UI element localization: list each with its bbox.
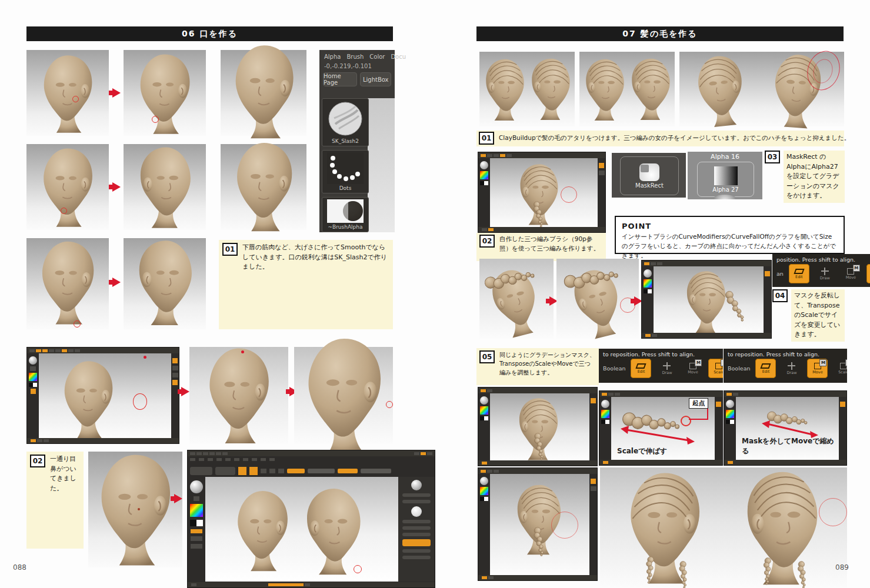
color-picker-icon[interactable]: [644, 279, 652, 288]
tab-alpha[interactable]: Alpha: [324, 54, 341, 60]
edit-label: Edit: [795, 275, 803, 279]
material-sphere-icon[interactable]: [480, 396, 488, 405]
page-number-left: 088: [13, 563, 26, 572]
edit-icon: [636, 363, 646, 369]
tab-color[interactable]: Color: [369, 54, 385, 60]
color-picker-icon[interactable]: [480, 487, 488, 495]
brush-thumb-skslash2[interactable]: SK_Slash2: [322, 98, 369, 146]
move-button[interactable]: M Move: [682, 359, 703, 378]
sculpt-image: [221, 50, 306, 136]
decor: [172, 380, 178, 385]
red-dot: [144, 356, 146, 359]
zbrush-canvas[interactable]: [654, 266, 764, 333]
zbrush-canvas[interactable]: [490, 474, 589, 575]
red-circle-annotation: [354, 565, 362, 573]
zbrush-canvas[interactable]: Maskを外してMoveで縮める: [736, 397, 839, 460]
material-sphere-icon[interactable]: [726, 400, 734, 408]
material-sphere-icon[interactable]: [29, 356, 37, 365]
color-picker-icon[interactable]: [480, 171, 488, 179]
slider[interactable]: [402, 526, 431, 530]
swatch-icon: [601, 420, 609, 424]
brush-thumb-dots[interactable]: Dots: [322, 150, 369, 193]
draw-label: Draw: [820, 276, 830, 280]
draw-mode-button[interactable]: [249, 467, 258, 475]
brush-thumb[interactable]: [411, 480, 422, 490]
edit-mode-button[interactable]: [238, 467, 246, 475]
edit-button[interactable]: Edit: [755, 359, 776, 378]
rgb-slider[interactable]: [287, 469, 305, 473]
material-sphere-icon[interactable]: [601, 400, 609, 408]
color-picker-icon[interactable]: [29, 373, 37, 381]
edit-icon: [761, 363, 771, 369]
color-picker-icon[interactable]: [726, 410, 734, 418]
zbrush-alpha-palette: Alpha Brush Color Docu -0,-0.219,-0.101 …: [319, 50, 395, 232]
hair-reference-image: [579, 52, 675, 126]
move-shrink-label: Maskを外してMoveで縮める: [742, 436, 839, 456]
slider[interactable]: [402, 493, 431, 497]
zadd-slider[interactable]: [338, 469, 358, 473]
draw-button[interactable]: Draw: [815, 264, 835, 283]
sculpt-image: [124, 238, 206, 329]
brushalpha-icon: [327, 199, 364, 223]
toolbar-button[interactable]: [190, 467, 212, 475]
draw-size-slider[interactable]: [361, 469, 391, 473]
slider[interactable]: [402, 549, 431, 553]
material-sphere-icon[interactable]: [480, 161, 488, 169]
slider[interactable]: [402, 520, 431, 523]
slider[interactable]: [402, 556, 431, 559]
zbrush-canvas[interactable]: [39, 353, 171, 438]
decor: [645, 334, 651, 337]
draw-button[interactable]: Draw: [656, 359, 677, 378]
draw-button[interactable]: Draw: [781, 359, 802, 378]
braid-move-screenshot: Maskを外してMoveで縮める: [724, 390, 847, 466]
zbrush-menubar: [190, 458, 432, 463]
tab-docu[interactable]: Docu: [391, 54, 406, 60]
decor: [652, 334, 657, 337]
active-subtool[interactable]: [402, 539, 431, 546]
zbrush-canvas[interactable]: [490, 393, 589, 460]
scale-button[interactable]: S Scale: [833, 359, 847, 378]
slider[interactable]: [402, 533, 431, 536]
move-button[interactable]: M Move: [841, 264, 861, 283]
color-picker-icon[interactable]: [190, 504, 203, 517]
move-label: Move: [812, 370, 822, 375]
brush-thumb[interactable]: [411, 506, 422, 517]
red-circle-annotation: [61, 208, 67, 214]
alpha27-button[interactable]: Alpha 27: [697, 162, 754, 197]
alpha16-label: Alpha 16: [688, 152, 762, 161]
material-sphere-icon[interactable]: [644, 269, 652, 278]
move-button[interactable]: M Move: [807, 359, 828, 378]
decor: [651, 262, 656, 265]
step-text: 同じようにグラデーションマスク、TransposeのScaleやMoveで三つ編…: [499, 350, 596, 377]
material-sphere-icon[interactable]: [480, 477, 488, 485]
edit-button[interactable]: Edit: [789, 264, 809, 283]
decor: [599, 171, 605, 175]
zbrush-bottombar: [478, 460, 597, 466]
decor: [644, 262, 649, 265]
tab-brush[interactable]: Brush: [346, 54, 364, 60]
zbrush-canvas[interactable]: [490, 158, 598, 227]
section-title: 07 髪の毛を作る: [622, 29, 697, 39]
home-page-button[interactable]: Home Page: [323, 72, 357, 86]
scale-button[interactable]: S Scale: [708, 359, 723, 378]
brush-thumb-brushalpha[interactable]: ~BrushAlpha: [322, 197, 369, 232]
toolbar-button[interactable]: [215, 467, 235, 475]
decor: [44, 439, 49, 442]
color-picker-icon[interactable]: [480, 406, 488, 415]
step-number-badge: 03: [765, 151, 780, 163]
slider[interactable]: [402, 500, 431, 503]
edit-button[interactable]: Edit: [631, 359, 651, 378]
zbrush-right-tray: [589, 393, 597, 460]
zbrush-left-tray: [599, 397, 611, 460]
lightbox-button[interactable]: LightBox: [360, 72, 391, 86]
step-number-badge: 02: [30, 455, 45, 467]
scale-button[interactable]: S Scale: [866, 264, 870, 283]
material-sphere-icon[interactable]: [190, 480, 203, 493]
zbrush-bottombar: [724, 460, 846, 465]
zbrush-canvas[interactable]: 起点 Scaleで伸ばす: [611, 397, 715, 460]
hair-reference-image: [479, 52, 575, 126]
intensity-slider[interactable]: [308, 469, 335, 473]
zbrush-canvas[interactable]: [205, 477, 398, 582]
maskrect-button[interactable]: MaskRect: [620, 156, 679, 195]
color-picker-icon[interactable]: [601, 410, 609, 418]
